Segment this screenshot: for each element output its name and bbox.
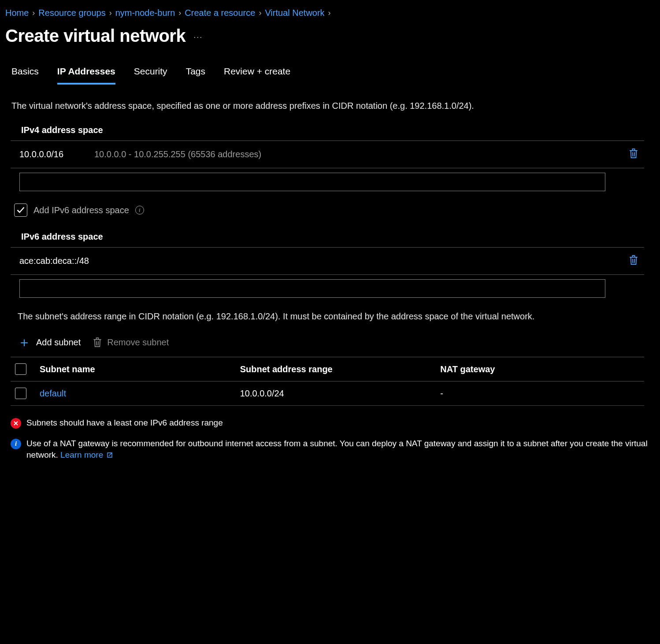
tab-ip-addresses[interactable]: IP Addresses	[57, 66, 115, 85]
learn-more-link[interactable]: Learn more	[60, 450, 112, 459]
breadcrumb-nym-node-burn[interactable]: nym-node-burn	[115, 8, 175, 18]
ipv4-address-input[interactable]	[19, 173, 605, 191]
col-subnet-name: Subnet name	[40, 364, 240, 374]
tab-review-create[interactable]: Review + create	[224, 66, 290, 85]
info-text: Use of a NAT gateway is recommended for …	[26, 438, 649, 461]
ipv4-address-value: 10.0.0.0/16	[19, 149, 94, 159]
breadcrumb-virtual-network[interactable]: Virtual Network	[265, 8, 324, 18]
ipv4-address-hint: 10.0.0.0 - 10.0.255.255 (65536 addresses…	[94, 149, 625, 159]
error-text: Subnets should have a least one IPv6 add…	[26, 417, 223, 429]
subnet-nat-value: -	[440, 389, 641, 399]
delete-ipv4-button[interactable]	[625, 146, 642, 163]
chevron-right-icon: ›	[178, 8, 181, 18]
chevron-right-icon: ›	[259, 8, 261, 18]
ipv4-address-row: 10.0.0.0/16 10.0.0.0 - 10.0.255.255 (655…	[11, 141, 644, 168]
info-icon: i	[11, 439, 21, 449]
tab-basics[interactable]: Basics	[11, 66, 39, 85]
trash-icon	[629, 255, 638, 265]
chevron-right-icon: ›	[32, 8, 35, 18]
add-ipv6-checkbox[interactable]	[14, 204, 27, 217]
breadcrumb-home[interactable]: Home	[5, 8, 29, 18]
breadcrumb: Home › Resource groups › nym-node-burn ›…	[5, 5, 649, 20]
add-subnet-label: Add subnet	[36, 337, 81, 348]
more-icon[interactable]: ···	[193, 30, 203, 42]
breadcrumb-resource-groups[interactable]: Resource groups	[38, 8, 105, 18]
external-link-icon	[107, 452, 113, 458]
check-icon	[16, 206, 25, 215]
ipv6-address-row: ace:cab:deca::/48	[11, 247, 644, 275]
breadcrumb-create-resource[interactable]: Create a resource	[185, 8, 255, 18]
remove-subnet-button[interactable]: Remove subnet	[93, 337, 169, 348]
subnet-table: Subnet name Subnet address range NAT gat…	[11, 357, 644, 406]
select-all-checkbox[interactable]	[15, 363, 26, 375]
ipv6-address-input[interactable]	[19, 279, 605, 298]
add-ipv6-label: Add IPv6 address space	[33, 205, 129, 215]
chevron-right-icon: ›	[109, 8, 112, 18]
plus-icon: ＋	[18, 336, 31, 349]
error-icon	[11, 418, 21, 429]
ipv4-section-title: IPv4 address space	[21, 125, 649, 135]
row-checkbox[interactable]	[15, 388, 26, 399]
trash-icon	[93, 337, 102, 347]
error-message: Subnets should have a least one IPv6 add…	[11, 417, 649, 429]
info-icon[interactable]: i	[135, 206, 144, 215]
subnet-range-value: 10.0.0.0/24	[240, 389, 441, 399]
tab-tags[interactable]: Tags	[186, 66, 205, 85]
chevron-right-icon: ›	[328, 8, 331, 18]
col-subnet-range: Subnet address range	[240, 364, 441, 374]
page-title: Create virtual network	[5, 26, 185, 46]
table-row: default 10.0.0.0/24 -	[11, 381, 644, 406]
trash-icon	[629, 148, 638, 159]
col-nat-gateway: NAT gateway	[440, 364, 641, 374]
tab-security[interactable]: Security	[134, 66, 167, 85]
ipv6-section-title: IPv6 address space	[21, 232, 649, 242]
ipv4-description: The virtual network's address space, spe…	[11, 100, 646, 112]
subnet-description: The subnet's address range in CIDR notat…	[18, 310, 649, 322]
remove-subnet-label: Remove subnet	[107, 337, 169, 348]
subnet-name-link[interactable]: default	[40, 389, 66, 398]
tabs: Basics IP Addresses Security Tags Review…	[5, 66, 649, 85]
delete-ipv6-button[interactable]	[625, 253, 642, 269]
subnet-table-header: Subnet name Subnet address range NAT gat…	[11, 357, 644, 381]
add-subnet-button[interactable]: ＋ Add subnet	[18, 336, 81, 349]
ipv6-address-value: ace:cab:deca::/48	[19, 256, 625, 266]
info-message: i Use of a NAT gateway is recommended fo…	[11, 438, 649, 461]
